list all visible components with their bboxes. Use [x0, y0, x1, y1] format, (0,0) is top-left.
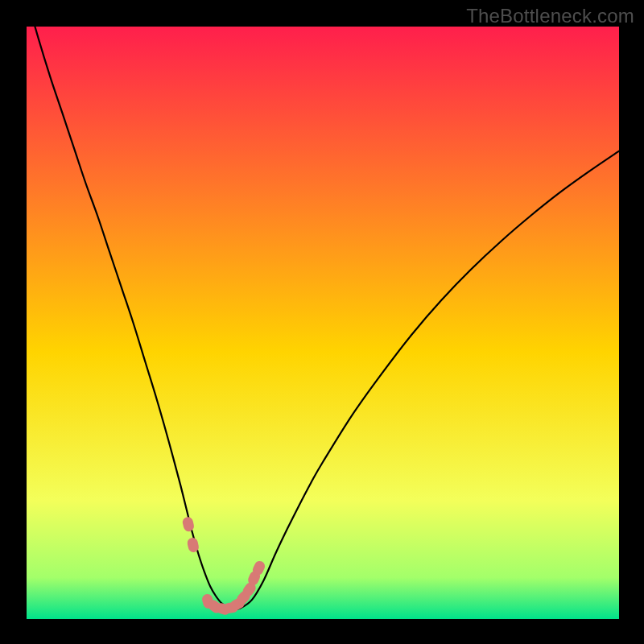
gradient-background — [27, 27, 619, 619]
watermark-text: TheBottleneck.com — [466, 5, 634, 27]
bottleneck-chart — [27, 27, 619, 619]
chart-frame: TheBottleneck.com — [0, 0, 644, 644]
plot-area — [27, 27, 619, 619]
